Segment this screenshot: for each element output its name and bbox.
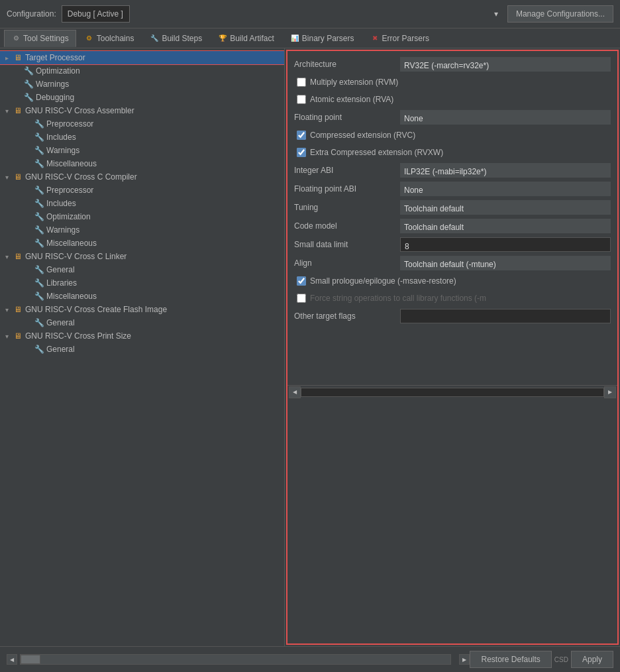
cpu-icon: 🖥 <box>13 251 23 262</box>
tree-item-asm-warnings[interactable]: 🔧 Warnings <box>0 144 284 157</box>
wrench-icon: 🔧 <box>34 145 44 156</box>
tree-item-asm-includes[interactable]: 🔧 Includes <box>0 131 284 144</box>
tree-item-cl-general[interactable]: 🔧 General <box>0 263 284 276</box>
restore-defaults-button[interactable]: Restore Defaults <box>470 651 551 668</box>
tab-binary-parsers[interactable]: 📊 Binary Parsers <box>283 30 362 47</box>
small-prologue-label: Small prologue/epilogue (-msave-restore) <box>310 276 456 286</box>
tree-label-debugging: Debugging <box>36 93 74 102</box>
wrench-icon: 🔧 <box>34 185 44 196</box>
small-prologue-checkbox[interactable] <box>297 276 306 286</box>
apply-button[interactable]: Apply <box>571 651 613 668</box>
tree-item-cross-c-compiler[interactable]: ▾ 🖥 GNU RISC-V Cross C Compiler <box>0 170 284 184</box>
config-select[interactable]: Debug [ Active ] <box>62 5 130 23</box>
h-scroll-left-btn[interactable]: ◀ <box>289 386 301 398</box>
content-area: ▸ 🖥 Target Processor 🔧 Optimization 🔧 Wa… <box>0 48 620 646</box>
code-model-row: Code model Toolchain default <box>294 218 611 234</box>
align-value: Toolchain default (-mtune) <box>400 256 611 270</box>
toolchains-icon: ⚙ <box>85 34 94 43</box>
tab-toolchains-label: Toolchains <box>97 34 134 43</box>
tree-label-cross-print: GNU RISC-V Cross Print Size <box>25 331 131 341</box>
tree-item-cross-flash[interactable]: ▾ 🖥 GNU RISC-V Cross Create Flash Image <box>0 303 284 316</box>
tree-label-cross-flash: GNU RISC-V Cross Create Flash Image <box>25 305 167 314</box>
tree-item-warnings[interactable]: 🔧 Warnings <box>0 78 284 91</box>
tree-item-asm-misc[interactable]: 🔧 Miscellaneous <box>0 157 284 170</box>
tab-tool-settings[interactable]: ⚙ Tool Settings <box>4 30 76 47</box>
cpu-icon: 🖥 <box>13 304 23 315</box>
multiply-checkbox[interactable] <box>297 78 306 87</box>
wrench-icon: 🔧 <box>34 291 44 302</box>
tree-item-cl-misc[interactable]: 🔧 Miscellaneous <box>0 290 284 303</box>
tree-item-cc-warnings[interactable]: 🔧 Warnings <box>0 223 284 237</box>
tree-item-cross-print[interactable]: ▾ 🖥 GNU RISC-V Cross Print Size <box>0 329 284 343</box>
floating-point-value: None <box>400 110 611 125</box>
tab-toolchains[interactable]: ⚙ Toolchains <box>78 30 142 47</box>
tree-item-optimization[interactable]: 🔧 Optimization <box>0 64 284 78</box>
bottom-right-btns: Restore Defaults CSD Apply <box>470 651 613 668</box>
wrench-icon: 🔧 <box>34 264 44 275</box>
tab-build-artifact-label: Build Artifact <box>230 34 274 43</box>
h-scrollbar-thumb[interactable] <box>21 655 40 664</box>
tree-item-debugging[interactable]: 🔧 Debugging <box>0 91 284 104</box>
compressed-label: Compressed extension (RVC) <box>310 131 415 140</box>
tree-item-flash-general[interactable]: 🔧 General <box>0 316 284 329</box>
tree-item-cc-includes[interactable]: 🔧 Includes <box>0 197 284 210</box>
h-scrollbar-track <box>301 388 604 397</box>
tab-tool-settings-label: Tool Settings <box>23 34 69 43</box>
other-flags-row: Other target flags <box>294 308 611 324</box>
floating-abi-value: None <box>400 182 611 196</box>
bottom-extra-label: CSD <box>554 656 568 663</box>
small-data-label: Small data limit <box>294 240 400 249</box>
tree-label-asm-misc: Miscellaneous <box>46 159 97 168</box>
build-steps-icon: 🔧 <box>150 34 159 43</box>
force-string-label: Force string operations to call library … <box>310 294 486 303</box>
atomic-checkbox[interactable] <box>297 95 306 104</box>
manage-configurations-button[interactable]: Manage Configurations... <box>507 5 613 23</box>
other-flags-input[interactable] <box>400 309 611 323</box>
tab-error-parsers-label: Error Parsers <box>382 34 429 43</box>
wrench-icon: 🔧 <box>34 278 44 288</box>
tab-build-steps[interactable]: 🔧 Build Steps <box>142 30 209 47</box>
tree-label-cc-misc: Miscellaneous <box>46 239 97 248</box>
tree-item-cl-libraries[interactable]: 🔧 Libraries <box>0 276 284 290</box>
compressed-checkbox[interactable] <box>297 131 306 140</box>
tree-item-print-general[interactable]: 🔧 General <box>0 343 284 356</box>
tree-label-cl-general: General <box>46 265 75 274</box>
tab-binary-parsers-label: Binary Parsers <box>302 34 354 43</box>
binary-parsers-icon: 📊 <box>290 34 299 43</box>
tree-panel: ▸ 🖥 Target Processor 🔧 Optimization 🔧 Wa… <box>0 48 285 646</box>
integer-abi-value: ILP32E (-mabi=ilp32e*) <box>400 163 611 178</box>
atomic-label: Atomic extension (RVA) <box>310 95 393 104</box>
tree-item-cc-optimization[interactable]: 🔧 Optimization <box>0 210 284 223</box>
tree-item-cc-misc[interactable]: 🔧 Miscellaneous <box>0 237 284 250</box>
tree-label-cross-assembler: GNU RISC-V Cross Assembler <box>25 106 134 115</box>
integer-abi-label: Integer ABI <box>294 166 400 175</box>
config-label: Configuration: <box>7 9 56 19</box>
tree-item-asm-preprocessor[interactable]: 🔧 Preprocessor <box>0 117 284 131</box>
align-row: Align Toolchain default (-mtune) <box>294 255 611 271</box>
tree-item-cross-assembler[interactable]: ▾ 🖥 GNU RISC-V Cross Assembler <box>0 104 284 117</box>
tab-error-parsers[interactable]: ✖ Error Parsers <box>363 30 437 47</box>
extra-compressed-checkbox[interactable] <box>297 148 306 157</box>
tree-label-cc-includes: Includes <box>46 199 76 208</box>
force-string-checkbox[interactable] <box>297 294 306 303</box>
code-model-label: Code model <box>294 221 400 231</box>
small-data-value[interactable]: 8 <box>400 237 611 252</box>
tree-item-target-processor[interactable]: ▸ 🖥 Target Processor <box>0 51 284 64</box>
bottom-left: ◀ ▶ <box>7 654 470 665</box>
multiply-row: Multiply extension (RVM) <box>294 75 611 89</box>
align-label: Align <box>294 258 400 268</box>
tree-label-print-general: General <box>46 345 75 354</box>
other-flags-label: Other target flags <box>294 311 400 321</box>
tree-item-cc-preprocessor[interactable]: 🔧 Preprocessor <box>0 184 284 197</box>
cpu-icon: 🖥 <box>13 331 23 341</box>
h-scroll-right-btn[interactable]: ▶ <box>604 386 616 398</box>
tree-label-cross-c-compiler: GNU RISC-V Cross C Compiler <box>25 172 137 182</box>
tab-build-artifact[interactable]: 🏆 Build Artifact <box>211 30 282 47</box>
h-scroll-right-arrow[interactable]: ▶ <box>459 654 470 665</box>
build-artifact-icon: 🏆 <box>218 34 227 43</box>
h-scroll-left-arrow[interactable]: ◀ <box>7 654 17 665</box>
tuning-value: Toolchain default <box>400 200 611 215</box>
tree-item-cross-c-linker[interactable]: ▾ 🖥 GNU RISC-V Cross C Linker <box>0 250 284 263</box>
config-select-wrapper: Debug [ Active ] <box>62 5 502 23</box>
h-scrollbar-container: ◀ ▶ <box>287 385 617 398</box>
